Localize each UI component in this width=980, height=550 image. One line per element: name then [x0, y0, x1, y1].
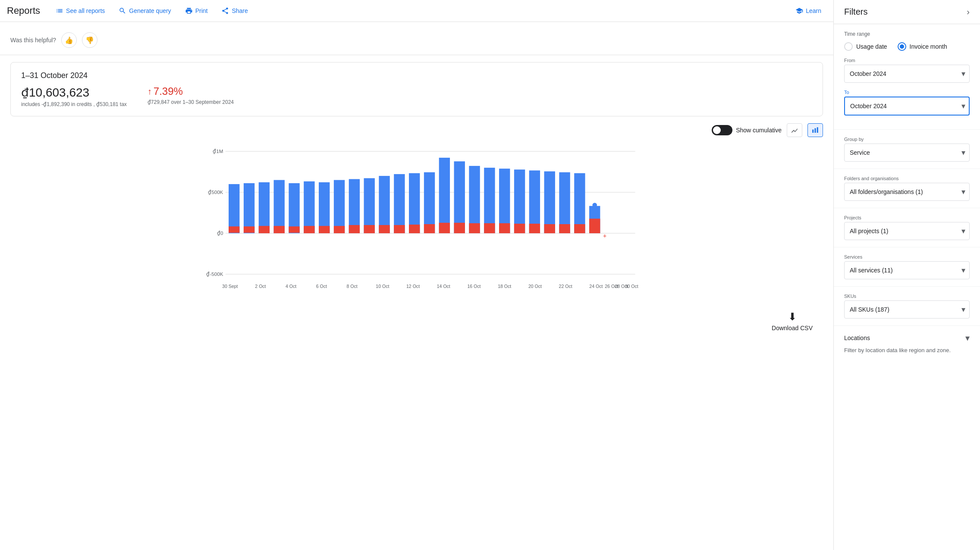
bar-chart-svg: ₫1M ₫500K ₫0 ₫-500K [10, 142, 823, 306]
svg-text:22 Oct: 22 Oct [559, 284, 572, 289]
print-button[interactable]: Print [180, 3, 213, 18]
chart-section: Show cumulative ₫1M [0, 123, 833, 345]
svg-rect-37 [424, 172, 435, 233]
group-by-select[interactable]: Service [844, 144, 970, 162]
svg-text:₫500K: ₫500K [208, 189, 223, 195]
generate-query-button[interactable]: Generate query [113, 3, 176, 18]
filters-collapse-button[interactable]: › [967, 7, 970, 17]
time-range-radio-group: Usage date Invoice month [844, 42, 970, 51]
usage-date-label: Usage date [856, 43, 887, 50]
services-label: Services [844, 254, 970, 259]
services-select-wrapper: All services (11) ▾ [844, 261, 970, 279]
svg-rect-1 [815, 128, 816, 133]
svg-rect-2 [817, 127, 818, 133]
show-cumulative-toggle[interactable] [712, 125, 732, 135]
svg-rect-41 [454, 161, 465, 233]
helpful-question: Was this helpful? [10, 37, 56, 44]
from-label: From [844, 58, 970, 63]
show-cumulative-label: Show cumulative [736, 127, 782, 134]
svg-text:30 Sept: 30 Sept [222, 284, 238, 289]
usage-date-radio[interactable]: Usage date [844, 42, 887, 51]
summary-amount: ₫10,603,623 [21, 85, 127, 100]
to-label: To [844, 90, 970, 95]
svg-rect-12 [229, 226, 239, 233]
locations-chevron-icon: ▾ [965, 333, 970, 343]
skus-label: SKUs [844, 294, 970, 299]
svg-rect-30 [364, 225, 375, 233]
skus-section: SKUs All SKUs (187) ▾ [834, 287, 980, 326]
top-nav: Reports See all reports Generate query P… [0, 0, 833, 22]
nav-title: Reports [7, 5, 40, 16]
projects-select[interactable]: All projects (1) [844, 222, 970, 240]
svg-text:16 Oct: 16 Oct [467, 284, 481, 289]
line-chart-button[interactable] [787, 123, 802, 137]
share-button[interactable]: Share [216, 3, 253, 18]
svg-rect-0 [812, 130, 814, 133]
to-filter: To October 2024 ▾ [844, 90, 970, 116]
summary-card: 1–31 October 2024 ₫10,603,623 includes -… [10, 62, 823, 116]
skus-select[interactable]: All SKUs (187) [844, 300, 970, 319]
svg-rect-26 [334, 226, 345, 233]
svg-rect-56 [559, 224, 570, 233]
svg-rect-49 [514, 169, 525, 233]
svg-rect-19 [289, 183, 299, 233]
from-select[interactable]: October 2024 [844, 65, 970, 83]
summary-change-pct: ↑ 7.39% [148, 85, 234, 97]
list-icon [56, 7, 63, 15]
svg-rect-42 [454, 223, 465, 233]
download-csv-button[interactable]: ⬇ Download CSV [772, 311, 813, 331]
svg-rect-48 [499, 223, 510, 233]
locations-sub: Filter by location data like region and … [844, 347, 970, 354]
summary-date: 1–31 October 2024 [21, 71, 812, 80]
svg-text:₫-500K: ₫-500K [206, 271, 223, 277]
svg-rect-44 [469, 223, 480, 233]
usage-date-radio-circle [844, 42, 853, 51]
group-by-select-wrapper: Service ▾ [844, 144, 970, 162]
folders-label: Folders and organisations [844, 176, 970, 181]
svg-rect-15 [259, 182, 270, 233]
summary-sub: includes -₫1,892,390 in credits , ₫530,1… [21, 101, 127, 107]
query-icon [119, 7, 126, 15]
content-area: Was this helpful? 👍 👎 1–31 October 2024 … [0, 22, 833, 550]
skus-select-wrapper: All SKUs (187) ▾ [844, 300, 970, 319]
filters-panel: Filters › Time range Usage date Invoice … [833, 0, 980, 550]
share-icon [221, 7, 229, 15]
time-range-label: Time range [844, 31, 970, 37]
to-select-wrapper: October 2024 ▾ [844, 97, 970, 116]
svg-rect-50 [514, 224, 525, 233]
to-select[interactable]: October 2024 [844, 97, 970, 116]
see-all-reports-button[interactable]: See all reports [50, 3, 110, 18]
svg-rect-25 [334, 180, 345, 233]
learn-button[interactable]: Learn [790, 3, 826, 18]
helpful-banner: Was this helpful? 👍 👎 [0, 22, 833, 55]
thumbs-down-button[interactable]: 👎 [82, 32, 97, 48]
services-select[interactable]: All services (11) [844, 261, 970, 279]
line-chart-icon [791, 126, 798, 134]
folders-select[interactable]: All folders/organisations (1) [844, 183, 970, 201]
from-select-wrapper: October 2024 ▾ [844, 65, 970, 83]
svg-rect-35 [409, 173, 420, 233]
svg-rect-58 [574, 224, 585, 233]
svg-rect-29 [364, 178, 375, 233]
chart-controls: Show cumulative [10, 123, 823, 137]
from-filter: From October 2024 ▾ [844, 58, 970, 83]
thumbs-up-button[interactable]: 👍 [61, 32, 77, 48]
locations-header[interactable]: Locations ▾ [844, 333, 970, 343]
bar-chart-button[interactable] [807, 123, 823, 137]
svg-rect-13 [244, 183, 254, 233]
chart-wrapper: ₫1M ₫500K ₫0 ₫-500K [10, 142, 823, 307]
svg-text:+: + [603, 232, 607, 239]
projects-section: Projects All projects (1) ▾ [834, 208, 980, 247]
time-range-section: Time range Usage date Invoice month From… [834, 24, 980, 130]
svg-rect-11 [229, 184, 239, 233]
svg-rect-60 [589, 219, 600, 233]
invoice-month-radio[interactable]: Invoice month [898, 42, 947, 51]
svg-rect-21 [304, 181, 314, 233]
svg-rect-34 [394, 225, 405, 233]
svg-text:10 Oct: 10 Oct [376, 284, 389, 289]
svg-rect-18 [274, 226, 285, 233]
svg-text:24 Oct: 24 Oct [589, 284, 603, 289]
svg-text:4 Oct: 4 Oct [286, 284, 296, 289]
learn-icon [795, 7, 803, 15]
svg-rect-39 [439, 158, 450, 233]
